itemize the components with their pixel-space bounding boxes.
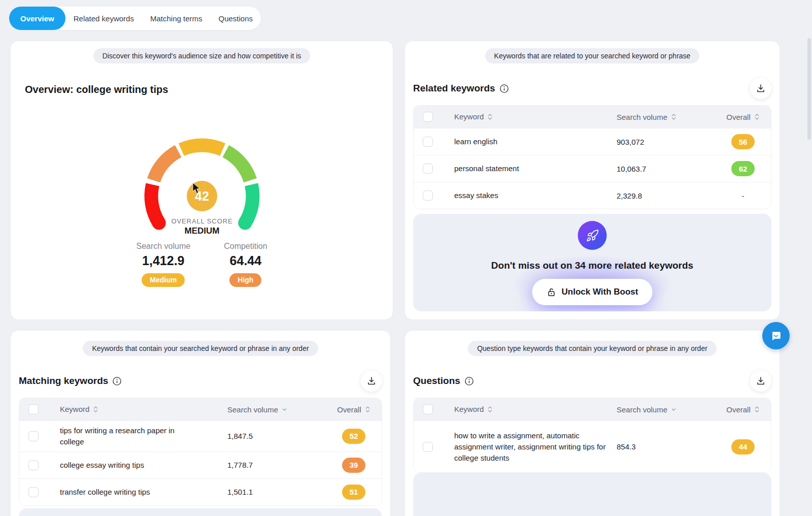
- search-volume-value: 1,412.9: [136, 253, 190, 268]
- overview-panel: Discover this keyword's audience size an…: [10, 41, 393, 320]
- search-volume-label: Search volume: [136, 242, 190, 251]
- overall-badge: 56: [731, 134, 755, 149]
- keyword-cell: how to write a assignment, automatic ass…: [454, 430, 606, 463]
- volume-cell: 2,329.8: [614, 191, 715, 200]
- chat-icon: [769, 329, 783, 343]
- sort-desc-icon: [282, 406, 287, 413]
- overall-empty: -: [742, 191, 745, 200]
- table-row: essay stakes 2,329.8 -: [414, 182, 771, 209]
- column-header-volume[interactable]: Search volume: [614, 405, 715, 414]
- overview-title: Overview: college writing tips: [25, 84, 393, 95]
- sort-icon: [754, 406, 760, 413]
- questions-title: Questions: [413, 375, 460, 386]
- row-checkbox[interactable]: [28, 487, 39, 497]
- column-header-overall[interactable]: Overall: [715, 405, 771, 414]
- table-row: how to write a assignment, automatic ass…: [414, 421, 771, 472]
- info-icon[interactable]: [499, 84, 509, 93]
- download-button[interactable]: [750, 78, 771, 99]
- table-header: Keyword Search volume Overall: [414, 398, 771, 421]
- competition-badge: High: [229, 273, 261, 287]
- tab-bar: Overview Related keywords Matching terms…: [9, 7, 261, 30]
- table-header: Keyword Search volume Overall: [19, 398, 382, 421]
- related-keywords-table: Keyword Search volume Overall learn engl…: [413, 105, 771, 209]
- sort-icon: [671, 113, 676, 120]
- column-header-overall[interactable]: Overall: [326, 405, 382, 414]
- keyword-cell: learn english: [446, 132, 614, 151]
- tab-related-keywords[interactable]: Related keywords: [65, 7, 142, 30]
- table-row: college essay writing tips 1,778.7 39: [19, 452, 382, 478]
- keyword-cell: essay stakes: [446, 186, 614, 205]
- questions-table: Keyword Search volume Overall how to wri…: [413, 398, 771, 473]
- keyword-cell: college essay writing tips: [60, 460, 144, 471]
- column-header-keyword[interactable]: Keyword: [52, 404, 224, 415]
- sort-icon: [365, 406, 370, 413]
- unlock-with-boost-button[interactable]: Unlock With Boost: [532, 279, 653, 305]
- competition-value: 64.44: [224, 253, 267, 268]
- competition-stat: Competition 64.44 High: [224, 242, 267, 287]
- volume-cell: 10,063.7: [614, 165, 715, 173]
- matching-hint: Keywords that contain your searched keyw…: [83, 341, 318, 356]
- row-checkbox[interactable]: [28, 460, 39, 470]
- matching-keywords-table: Keyword Search volume Overall tips for w…: [19, 398, 382, 506]
- related-title: Related keywords: [413, 83, 495, 94]
- row-checkbox[interactable]: [423, 190, 433, 201]
- column-header-keyword[interactable]: Keyword: [446, 404, 614, 415]
- tab-overview[interactable]: Overview: [9, 7, 65, 30]
- row-checkbox[interactable]: [28, 431, 39, 441]
- table-header: Keyword Search volume Overall: [414, 106, 771, 128]
- matching-title: Matching keywords: [19, 375, 108, 386]
- table-row: tips for writing a research paper in col…: [19, 421, 382, 452]
- download-icon: [366, 376, 377, 386]
- overview-hint: Discover this keyword's audience size an…: [93, 48, 311, 63]
- table-row: personal statement 10,063.7 62: [414, 155, 771, 182]
- column-header-volume[interactable]: Search volume: [614, 113, 715, 121]
- download-button[interactable]: [750, 370, 771, 392]
- column-header-volume[interactable]: Search volume: [224, 405, 326, 414]
- sort-icon: [754, 113, 760, 120]
- row-checkbox[interactable]: [423, 137, 433, 147]
- unlock-message: Don't miss out on 34 more related keywor…: [413, 260, 771, 271]
- column-header-overall[interactable]: Overall: [715, 113, 771, 121]
- overall-badge: 52: [342, 429, 365, 444]
- overall-badge: 62: [731, 161, 755, 176]
- select-all-checkbox[interactable]: [423, 404, 433, 414]
- sort-icon: [93, 406, 98, 413]
- table-row: learn english 903,072 56: [414, 128, 771, 155]
- sort-icon: [487, 406, 493, 413]
- select-all-checkbox[interactable]: [28, 404, 39, 414]
- locked-keywords-section: [413, 473, 771, 516]
- questions-hint: Question type keywords that contain your…: [468, 341, 717, 356]
- chat-launcher-button[interactable]: [762, 322, 790, 349]
- info-icon[interactable]: [112, 376, 122, 386]
- locked-keywords-section: [19, 508, 382, 516]
- questions-panel: Question type keywords that contain your…: [404, 330, 780, 516]
- volume-cell: 854.3: [614, 442, 715, 451]
- tab-matching-terms[interactable]: Matching terms: [142, 7, 211, 30]
- table-row: transfer college writing tips 1,501.1 51: [19, 478, 382, 505]
- sort-desc-icon: [671, 406, 676, 413]
- select-all-checkbox[interactable]: [423, 112, 433, 122]
- info-icon[interactable]: [464, 376, 474, 386]
- sort-icon: [487, 113, 493, 120]
- mouse-cursor: [192, 182, 202, 195]
- download-icon: [756, 376, 766, 386]
- competition-label: Competition: [224, 242, 267, 251]
- keyword-cell: tips for writing a research paper in col…: [60, 425, 195, 447]
- row-checkbox[interactable]: [423, 442, 433, 452]
- keyword-cell: personal statement: [446, 159, 614, 178]
- rocket-icon: [586, 229, 599, 242]
- search-volume-badge: Medium: [142, 273, 185, 287]
- scrollbar[interactable]: [807, 38, 811, 140]
- volume-cell: 1,778.7: [224, 461, 326, 469]
- locked-keywords-section: Don't miss out on 34 more related keywor…: [413, 214, 771, 311]
- unlock-icon: [547, 287, 557, 297]
- volume-cell: 903,072: [614, 138, 715, 146]
- column-header-keyword[interactable]: Keyword: [446, 111, 614, 122]
- overall-badge: 44: [731, 439, 755, 455]
- rocket-badge: [578, 221, 607, 250]
- download-button[interactable]: [361, 370, 382, 392]
- row-checkbox[interactable]: [423, 164, 433, 174]
- related-hint: Keywords that are related to your search…: [485, 48, 700, 63]
- tab-questions[interactable]: Questions: [211, 7, 261, 30]
- related-keywords-panel: Keywords that are related to your search…: [404, 41, 780, 320]
